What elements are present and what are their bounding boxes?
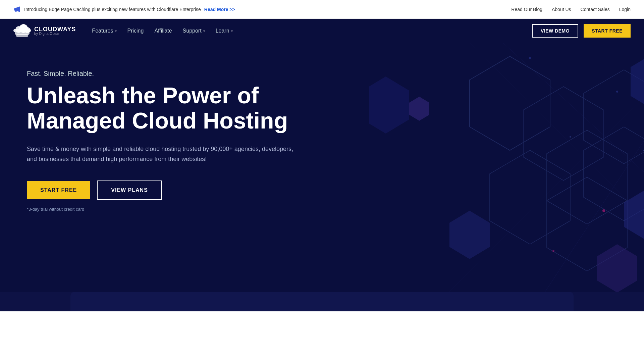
svg-point-24 [529, 57, 531, 59]
logo-text: CLOUDWAYS by DigitalOcean [34, 26, 76, 36]
about-us-link[interactable]: About Us [552, 7, 571, 12]
view-plans-button[interactable]: VIEW PLANS [97, 181, 162, 200]
bottom-card [70, 292, 574, 311]
view-demo-button[interactable]: VIEW DEMO [532, 24, 578, 38]
nav-links: Features ▾ Pricing Affiliate Support ▾ [92, 28, 232, 34]
nav-item-learn[interactable]: Learn ▾ [216, 28, 233, 34]
contact-sales-link[interactable]: Contact Sales [581, 7, 610, 12]
megaphone-icon [13, 6, 21, 13]
nav-item-support[interactable]: Support ▾ [183, 28, 205, 34]
navbar-right: VIEW DEMO START FREE [532, 24, 631, 38]
trial-note: *3-day trial without credit card [27, 207, 302, 212]
login-link[interactable]: Login [619, 7, 631, 12]
svg-marker-15 [624, 191, 644, 239]
start-free-hero-button[interactable]: START FREE [27, 181, 90, 199]
top-bar-left: Introducing Edge Page Caching plus excit… [13, 6, 235, 13]
svg-marker-17 [597, 244, 637, 292]
hero-section: Fast. Simple. Reliable. Unleash the Powe… [0, 43, 644, 292]
logo[interactable]: CLOUDWAYS by DigitalOcean [13, 24, 76, 38]
hero-description: Save time & money with simple and reliab… [27, 144, 302, 164]
logo-icon [13, 24, 31, 38]
svg-marker-16 [449, 211, 490, 259]
nav-item-affiliate[interactable]: Affiliate [154, 28, 172, 34]
svg-marker-10 [490, 150, 570, 244]
features-chevron-icon: ▾ [115, 29, 117, 33]
svg-point-5 [24, 27, 31, 33]
svg-marker-6 [470, 56, 550, 150]
support-chevron-icon: ▾ [203, 29, 205, 33]
hero-content: Fast. Simple. Reliable. Unleash the Powe… [27, 70, 302, 212]
learn-chevron-icon: ▾ [231, 29, 233, 33]
hero-heading: Unleash the Power of Managed Cloud Hosti… [27, 83, 302, 133]
svg-marker-19 [409, 97, 429, 121]
start-free-nav-button[interactable]: START FREE [584, 24, 631, 38]
svg-line-20 [470, 43, 644, 238]
navbar-left: CLOUDWAYS by DigitalOcean Features ▾ Pri… [13, 24, 233, 38]
svg-point-29 [602, 209, 605, 212]
top-bar-right: Read Our Blog About Us Contact Sales Log… [511, 7, 631, 12]
svg-point-30 [552, 250, 554, 252]
svg-marker-14 [369, 76, 409, 134]
read-our-blog-link[interactable]: Read Our Blog [511, 7, 542, 12]
top-bar: Introducing Edge Page Caching plus excit… [0, 0, 644, 19]
svg-point-27 [570, 136, 571, 138]
announcement-text: Introducing Edge Page Caching plus excit… [24, 7, 201, 12]
svg-rect-2 [16, 34, 28, 37]
hero-buttons: START FREE VIEW PLANS [27, 181, 302, 200]
hero-tagline: Fast. Simple. Reliable. [27, 70, 302, 78]
svg-marker-13 [631, 53, 644, 110]
nav-item-pricing[interactable]: Pricing [127, 28, 144, 34]
hero-background-graphic [369, 43, 644, 292]
read-more-link[interactable]: Read More >> [204, 7, 235, 12]
nav-item-features[interactable]: Features ▾ [92, 28, 116, 34]
svg-marker-7 [523, 87, 604, 181]
bottom-strip [0, 292, 644, 311]
svg-point-25 [616, 91, 618, 93]
navbar: CLOUDWAYS by DigitalOcean Features ▾ Pri… [0, 19, 644, 43]
